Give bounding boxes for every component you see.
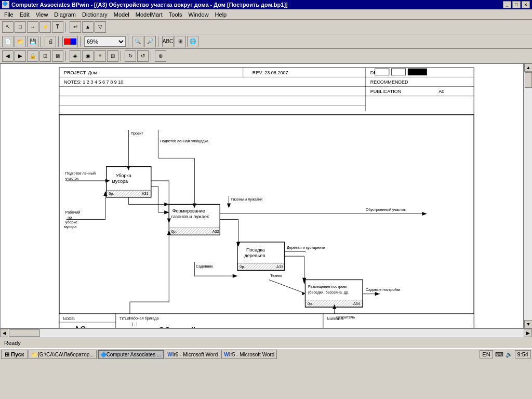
scroll-up-button[interactable]: ▲	[524, 63, 532, 72]
menu-model[interactable]: Model	[111, 10, 132, 19]
open-button[interactable]: 📂	[15, 36, 26, 47]
tb3-btn3[interactable]: ⊡	[39, 50, 51, 62]
svg-text:Деревья и кустарники: Деревья и кустарники	[287, 245, 325, 250]
diagram-svg: PROJECT: Дом REV: 23.08.2007 DRAFT RECOM…	[1, 64, 523, 328]
tb3-btn10[interactable]: ↺	[137, 50, 149, 62]
svg-text:Газоны и лужайки: Газоны и лужайки	[231, 197, 262, 202]
tb3-btn2[interactable]: ▶	[15, 50, 26, 62]
lock-button[interactable]: 🔒	[27, 50, 38, 62]
minimize-button[interactable]: _	[503, 1, 511, 8]
svg-text:по: по	[68, 215, 72, 220]
table-button[interactable]: ⊞	[175, 36, 186, 47]
titlebar: 🔷 Computer Associates BPwin - [(А3) Обус…	[0, 0, 532, 9]
tb3-btn5[interactable]: ◈	[70, 50, 81, 62]
svg-text:Рабочий: Рабочий	[65, 210, 81, 215]
taskbar-item-4-label: Ir5 - Microsoft Word	[229, 352, 275, 357]
svg-text:Проект: Проект	[131, 131, 144, 136]
tb3-btn8[interactable]: ⊟	[107, 50, 118, 62]
taskbar-item-3[interactable]: W Ir6 - Microsoft Word	[165, 350, 220, 359]
scroll-right-button[interactable]: ▶	[524, 329, 532, 337]
toolbar-sep4	[80, 36, 82, 47]
svg-text:Садовник: Садовник	[196, 264, 214, 269]
svg-text:Техник: Техник	[270, 273, 283, 278]
language-indicator[interactable]: EN	[480, 350, 493, 358]
svg-text:Подготов ленный: Подготов ленный	[65, 171, 96, 176]
maximize-button[interactable]: □	[512, 1, 521, 8]
triangle-down-tool[interactable]: ▽	[95, 21, 106, 33]
svg-text:А32: А32	[212, 229, 219, 234]
menu-window[interactable]: Window	[185, 10, 211, 19]
menu-modelmart[interactable]: ModelMart	[132, 10, 166, 19]
box-tool[interactable]: □	[15, 21, 26, 33]
menu-diagram[interactable]: Diagram	[51, 10, 79, 19]
menu-view[interactable]: View	[33, 10, 51, 19]
menu-file[interactable]: File	[1, 10, 17, 19]
tb3-btn11[interactable]: ⊕	[155, 50, 166, 62]
vertical-scrollbar[interactable]: ▲ ▼	[524, 63, 532, 328]
undo-tool[interactable]: ↩	[70, 21, 81, 33]
svg-text:деревьев: деревьев	[244, 253, 265, 258]
svg-text:A0: A0	[438, 89, 444, 94]
toolbar2: 📄 📂 💾 🖨 69% 50% 75% 100% 🔍 🔎 ABC ⊞ 🌐	[0, 34, 532, 49]
taskbar-item-2[interactable]: 🔷 Computer Associates ...	[98, 350, 164, 359]
scroll-left-button[interactable]: ◀	[0, 329, 8, 337]
svg-text:Строитель: Строитель	[336, 315, 355, 320]
tb3-btn6[interactable]: ◉	[82, 50, 94, 62]
lightning-tool[interactable]: ⚡	[39, 21, 51, 33]
canvas-area[interactable]: PROJECT: Дом REV: 23.08.2007 DRAFT RECOM…	[0, 63, 524, 328]
tb3-btn4[interactable]: ⊠	[52, 50, 63, 62]
menu-help[interactable]: Help	[212, 10, 230, 19]
svg-text:газонов и лужаек: газонов и лужаек	[171, 214, 209, 219]
start-icon: ⊞	[5, 351, 9, 358]
menu-edit[interactable]: Edit	[17, 10, 33, 19]
toolbar3-sep3	[151, 51, 153, 61]
toolbar-separator	[65, 22, 68, 32]
svg-text:Обустройство  участка  вокруг : Обустройство участка вокруг дома	[158, 326, 296, 328]
triangle-up-tool[interactable]: ▲	[82, 21, 94, 33]
app-icon: 🔷	[2, 1, 9, 8]
scroll-down-button[interactable]: ▼	[524, 320, 532, 328]
new-button[interactable]: 📄	[2, 36, 14, 47]
spell-button[interactable]: ABC	[162, 36, 174, 47]
taskbar-item-3-label: Ir6 - Microsoft Word	[172, 352, 218, 357]
zoom-select[interactable]: 69% 50% 75% 100%	[84, 36, 126, 47]
taskbar-item-4[interactable]: W Ir5 - Microsoft Word	[221, 350, 277, 359]
statusbar: Ready	[0, 337, 532, 348]
svg-rect-20	[59, 115, 474, 328]
svg-text:А34: А34	[353, 301, 360, 306]
text-tool[interactable]: T	[52, 21, 63, 33]
save-button[interactable]: 💾	[27, 36, 38, 47]
tb3-btn9[interactable]: ↻	[125, 50, 136, 62]
close-button[interactable]: ×	[522, 1, 530, 8]
taskbar-item-1-label: {G:\CA\CA\Лаборатор...	[37, 352, 94, 357]
tb3-btn1[interactable]: ◀	[2, 50, 14, 62]
clock: 9:54	[515, 350, 531, 358]
horizontal-scrollbar[interactable]: ◀ ▶	[0, 328, 532, 337]
print-button[interactable]: 🖨	[45, 36, 56, 47]
menu-tools[interactable]: Tools	[166, 10, 185, 19]
hscroll-track	[8, 329, 524, 337]
hscroll-thumb[interactable]	[9, 329, 40, 337]
titlebar-right: _ □ ×	[503, 1, 530, 8]
zoom-in-button[interactable]: 🔍	[132, 36, 143, 47]
menu-dictionary[interactable]: Dictionary	[79, 10, 111, 19]
start-button[interactable]: ⊞ Пуск	[1, 350, 28, 359]
main-area: PROJECT: Дом REV: 23.08.2007 DRAFT RECOM…	[0, 63, 532, 328]
toolbar-sep3	[58, 36, 60, 47]
web-button[interactable]: 🌐	[187, 36, 198, 47]
select-tool[interactable]: ↖	[2, 21, 14, 33]
arrow-tool[interactable]: →	[27, 21, 38, 33]
toolbar-sep6	[158, 36, 160, 47]
tb3-btn7[interactable]: ≡	[95, 50, 106, 62]
zoom-out-button[interactable]: 🔎	[144, 36, 156, 47]
scroll-thumb[interactable]	[525, 72, 532, 88]
svg-text:А33: А33	[276, 264, 283, 269]
svg-text:0р.: 0р.	[240, 264, 245, 269]
svg-text:Посадка: Посадка	[246, 247, 265, 252]
taskbar-item-1[interactable]: 📁 {G:\CA\CA\Лаборатор...	[29, 350, 96, 359]
speaker-icon: 🔊	[506, 351, 513, 358]
color-button[interactable]	[62, 36, 78, 47]
svg-rect-17	[375, 69, 389, 75]
start-label: Пуск	[11, 351, 24, 357]
svg-text:мусора: мусора	[64, 224, 77, 229]
